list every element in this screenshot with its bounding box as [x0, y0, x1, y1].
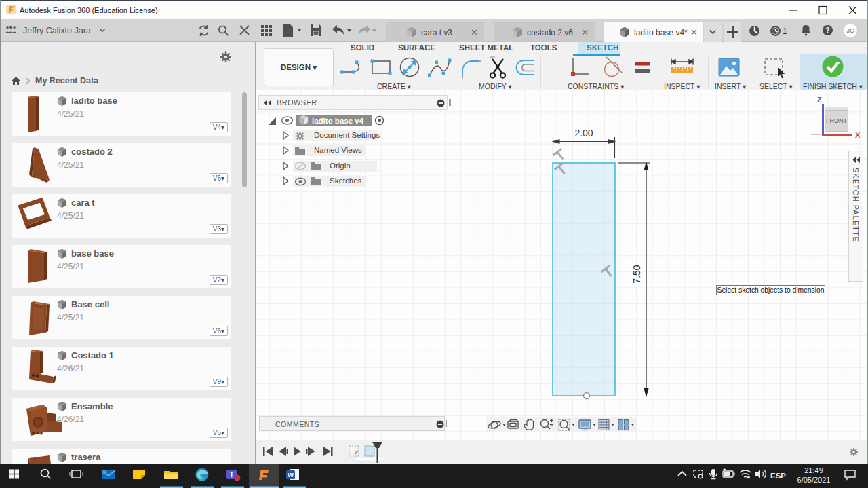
- svg-text:W: W: [288, 471, 294, 478]
- svg-text:2.00: 2.00: [574, 128, 593, 138]
- svg-text:7.50: 7.50: [631, 265, 642, 283]
- svg-text:?: ?: [825, 26, 829, 34]
- svg-text:T: T: [229, 471, 233, 478]
